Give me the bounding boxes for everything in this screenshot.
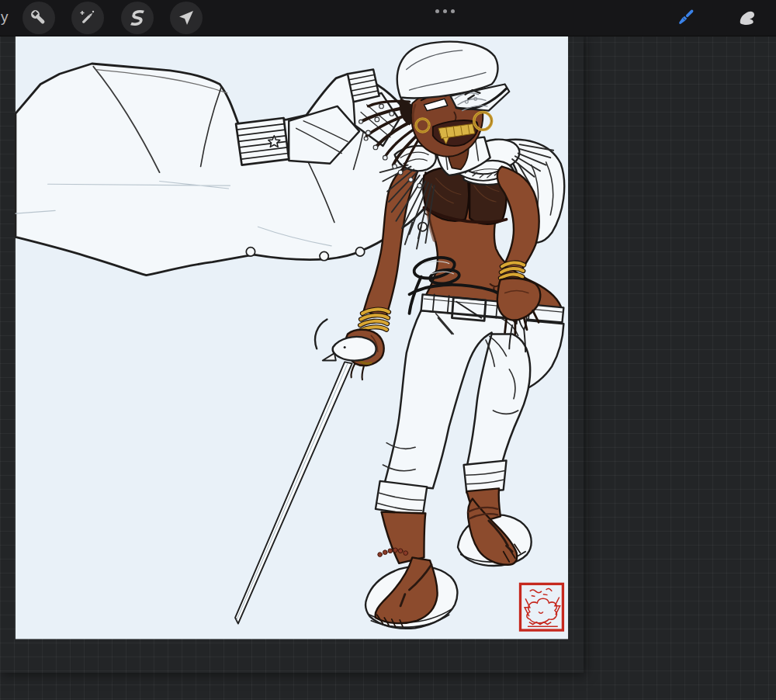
star-cuff: [236, 118, 289, 165]
ellipsis-icon: [435, 9, 439, 13]
adjustments-button[interactable]: [71, 2, 104, 34]
artwork: [0, 36, 584, 673]
gold-bangles-left-arm: [501, 262, 524, 278]
gallery-button-partial[interactable]: y: [1, 9, 9, 26]
selection-button[interactable]: [121, 2, 154, 34]
ellipsis-icon: [451, 9, 455, 13]
drawing-canvas[interactable]: [0, 36, 584, 673]
procreate-workspace: y: [0, 0, 776, 700]
smudge-tool-button[interactable]: [731, 2, 764, 34]
smudge-finger-icon: [731, 2, 764, 34]
magic-wand-icon: [71, 2, 104, 34]
paint-tool-button[interactable]: [669, 2, 702, 34]
selection-s-icon: [121, 2, 154, 34]
actions-button[interactable]: [23, 2, 55, 34]
transform-arrow-icon: [170, 2, 203, 34]
wrench-icon: [23, 2, 55, 34]
ellipsis-icon: [443, 9, 447, 13]
transform-button[interactable]: [170, 2, 203, 34]
brush-icon: [669, 2, 702, 34]
toolbar: y: [0, 0, 776, 36]
more-options-button[interactable]: [431, 2, 459, 20]
